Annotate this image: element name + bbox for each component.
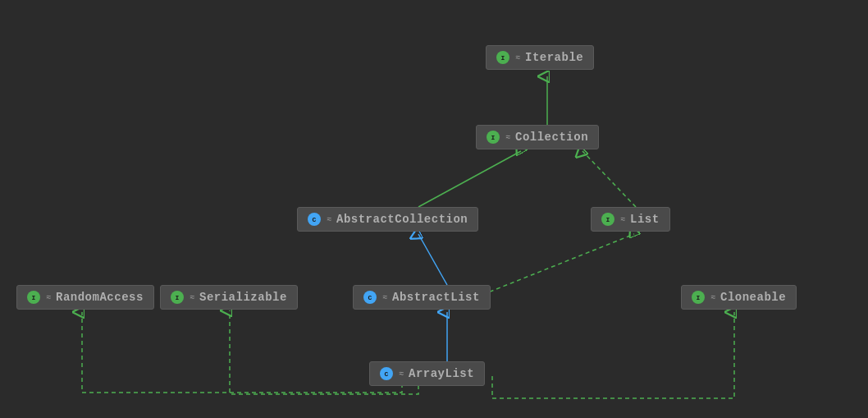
node-iterable[interactable]: I ≈ Iterable (486, 45, 594, 70)
node-abstract-collection[interactable]: C ≈ AbstractCollection (297, 207, 478, 232)
wave-icon-array-list: ≈ (399, 370, 404, 379)
class-icon-abstract-collection: C (308, 213, 321, 226)
interface-icon-random-access: I (27, 291, 40, 304)
node-serializable[interactable]: I ≈ Serializable (160, 285, 298, 310)
interface-icon-iterable: I (496, 51, 509, 64)
class-icon-abstract-list: C (363, 291, 377, 304)
interface-icon-cloneable: I (692, 291, 705, 304)
node-label-cloneable: Cloneable (720, 291, 786, 304)
node-label-abstract-collection: AbstractCollection (336, 213, 468, 226)
node-array-list[interactable]: C ≈ ArrayList (369, 361, 485, 386)
wave-icon-abstract-collection: ≈ (327, 215, 331, 224)
node-random-access[interactable]: I ≈ RandomAccess (16, 285, 154, 310)
wave-icon-random-access: ≈ (46, 293, 51, 302)
interface-icon-serializable: I (171, 291, 184, 304)
wave-icon-collection: ≈ (505, 133, 510, 142)
interface-icon-list: I (601, 213, 614, 226)
node-label-collection: Collection (515, 131, 588, 144)
class-icon-array-list: C (380, 367, 393, 380)
node-label-abstract-list: AbstractList (392, 291, 480, 304)
wave-icon-list: ≈ (620, 215, 625, 224)
node-label-list: List (630, 213, 660, 226)
wave-icon-iterable: ≈ (515, 53, 520, 62)
node-collection[interactable]: I ≈ Collection (476, 125, 599, 149)
node-abstract-list[interactable]: C ≈ AbstractList (353, 285, 491, 310)
class-diagram: I ≈ Iterable I ≈ Collection C ≈ Abstract… (0, 0, 868, 418)
svg-line-5 (582, 151, 636, 207)
node-list[interactable]: I ≈ List (591, 207, 670, 232)
node-label-array-list: ArrayList (409, 367, 474, 380)
svg-line-6 (418, 234, 447, 285)
wave-icon-abstract-list: ≈ (382, 293, 387, 302)
interface-icon-collection: I (487, 131, 500, 144)
node-label-serializable: Serializable (199, 291, 287, 304)
wave-icon-serializable: ≈ (190, 293, 194, 302)
node-cloneable[interactable]: I ≈ Cloneable (681, 285, 797, 310)
node-label-random-access: RandomAccess (56, 291, 144, 304)
wave-icon-cloneable: ≈ (710, 293, 715, 302)
svg-line-7 (476, 234, 634, 297)
svg-line-4 (418, 151, 521, 207)
node-label-iterable: Iterable (525, 51, 583, 64)
